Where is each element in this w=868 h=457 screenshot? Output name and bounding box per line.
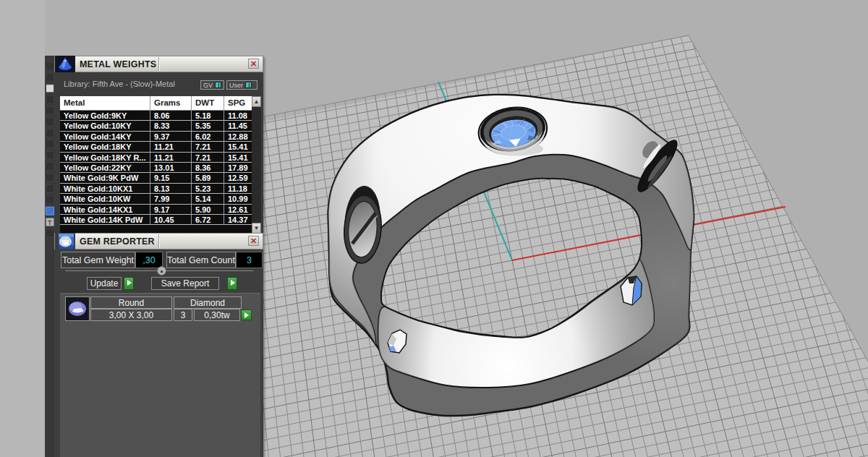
svg-text:T: T	[48, 219, 52, 226]
